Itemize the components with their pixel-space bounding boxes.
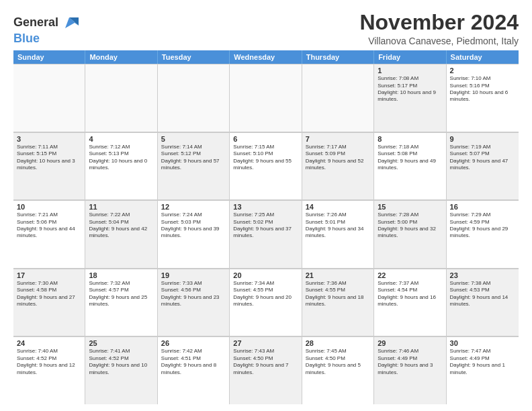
day-number-r1-c4: 7 (306, 135, 370, 143)
cell-text-r4-c0: Sunrise: 7:40 AM Sunset: 4:52 PM Dayligh… (17, 348, 81, 376)
day-number-r3-c3: 20 (233, 271, 298, 279)
day-number-r2-c5: 15 (378, 203, 442, 211)
cell-text-r2-c5: Sunrise: 7:28 AM Sunset: 5:00 PM Dayligh… (378, 212, 442, 240)
calendar-cell-r1-c2: 5Sunrise: 7:14 AM Sunset: 5:12 PM Daylig… (158, 132, 230, 200)
cell-text-r2-c1: Sunrise: 7:22 AM Sunset: 5:04 PM Dayligh… (89, 212, 153, 240)
cell-text-r1-c2: Sunrise: 7:14 AM Sunset: 5:12 PM Dayligh… (161, 144, 226, 172)
subtitle: Villanova Canavese, Piedmont, Italy (359, 36, 519, 46)
cell-text-r1-c5: Sunrise: 7:18 AM Sunset: 5:08 PM Dayligh… (378, 144, 442, 172)
calendar-row-2: 10Sunrise: 7:21 AM Sunset: 5:06 PM Dayli… (13, 200, 519, 269)
calendar-cell-r0-c5: 1Sunrise: 7:08 AM Sunset: 5:17 PM Daylig… (374, 64, 446, 132)
calendar-cell-r3-c5: 22Sunrise: 7:37 AM Sunset: 4:54 PM Dayli… (374, 269, 446, 336)
cell-text-r4-c5: Sunrise: 7:46 AM Sunset: 4:49 PM Dayligh… (378, 348, 442, 376)
day-number-r3-c4: 21 (306, 271, 370, 279)
day-number-r2-c3: 13 (233, 203, 298, 211)
day-number-r4-c1: 25 (89, 339, 153, 347)
cell-text-r4-c1: Sunrise: 7:41 AM Sunset: 4:52 PM Dayligh… (89, 348, 153, 376)
calendar-cell-r0-c6: 2Sunrise: 7:10 AM Sunset: 5:16 PM Daylig… (447, 64, 519, 132)
cell-text-r3-c4: Sunrise: 7:36 AM Sunset: 4:55 PM Dayligh… (306, 280, 370, 308)
day-number-r3-c5: 22 (378, 271, 442, 279)
day-number-r1-c0: 3 (17, 135, 81, 143)
calendar-cell-r1-c1: 4Sunrise: 7:12 AM Sunset: 5:13 PM Daylig… (85, 132, 157, 200)
cell-text-r1-c0: Sunrise: 7:11 AM Sunset: 5:15 PM Dayligh… (17, 144, 81, 172)
cell-text-r0-c6: Sunrise: 7:10 AM Sunset: 5:16 PM Dayligh… (450, 75, 515, 103)
calendar-body: 1Sunrise: 7:08 AM Sunset: 5:17 PM Daylig… (13, 64, 519, 404)
cell-text-r2-c0: Sunrise: 7:21 AM Sunset: 5:06 PM Dayligh… (17, 212, 81, 240)
day-number-r4-c0: 24 (17, 339, 81, 347)
header-tuesday: Tuesday (158, 50, 230, 64)
day-number-r4-c3: 27 (233, 339, 298, 347)
calendar-cell-r3-c3: 20Sunrise: 7:34 AM Sunset: 4:55 PM Dayli… (230, 269, 302, 336)
logo: General Blue (13, 13, 79, 46)
calendar-cell-r3-c6: 23Sunrise: 7:38 AM Sunset: 4:53 PM Dayli… (447, 269, 519, 336)
day-number-r1-c3: 6 (233, 135, 298, 143)
calendar-cell-r2-c2: 12Sunrise: 7:24 AM Sunset: 5:03 PM Dayli… (158, 200, 230, 268)
cell-text-r3-c5: Sunrise: 7:37 AM Sunset: 4:54 PM Dayligh… (378, 280, 442, 308)
page: General Blue November 2024 Villanova Can… (0, 0, 532, 411)
calendar-cell-r0-c2 (158, 64, 230, 132)
header: General Blue November 2024 Villanova Can… (13, 11, 519, 46)
cell-text-r2-c2: Sunrise: 7:24 AM Sunset: 5:03 PM Dayligh… (161, 212, 226, 240)
day-number-r3-c1: 18 (89, 271, 153, 279)
calendar-cell-r4-c4: 28Sunrise: 7:45 AM Sunset: 4:50 PM Dayli… (302, 336, 374, 404)
calendar-cell-r3-c4: 21Sunrise: 7:36 AM Sunset: 4:55 PM Dayli… (302, 269, 374, 336)
calendar: Sunday Monday Tuesday Wednesday Thursday… (13, 50, 519, 404)
cell-text-r1-c4: Sunrise: 7:17 AM Sunset: 5:09 PM Dayligh… (306, 144, 370, 172)
day-number-r4-c6: 30 (450, 339, 515, 347)
day-number-r1-c6: 9 (450, 135, 515, 143)
calendar-row-1: 3Sunrise: 7:11 AM Sunset: 5:15 PM Daylig… (13, 132, 519, 201)
day-number-r1-c2: 5 (161, 135, 226, 143)
day-number-r0-c6: 2 (450, 66, 515, 75)
calendar-cell-r4-c1: 25Sunrise: 7:41 AM Sunset: 4:52 PM Dayli… (85, 336, 157, 404)
cell-text-r3-c2: Sunrise: 7:33 AM Sunset: 4:56 PM Dayligh… (161, 280, 226, 308)
calendar-cell-r0-c3 (230, 64, 302, 132)
calendar-cell-r4-c5: 29Sunrise: 7:46 AM Sunset: 4:49 PM Dayli… (374, 336, 446, 404)
header-friday: Friday (374, 50, 446, 64)
header-thursday: Thursday (302, 50, 374, 64)
logo-text-line2: Blue (13, 32, 40, 45)
calendar-cell-r3-c2: 19Sunrise: 7:33 AM Sunset: 4:56 PM Dayli… (158, 269, 230, 336)
calendar-cell-r0-c0 (13, 64, 85, 132)
cell-text-r1-c1: Sunrise: 7:12 AM Sunset: 5:13 PM Dayligh… (89, 144, 153, 172)
calendar-cell-r4-c3: 27Sunrise: 7:43 AM Sunset: 4:50 PM Dayli… (230, 336, 302, 404)
day-number-r2-c6: 16 (450, 203, 515, 211)
cell-text-r4-c4: Sunrise: 7:45 AM Sunset: 4:50 PM Dayligh… (306, 348, 370, 376)
logo-icon (60, 13, 79, 32)
day-number-r4-c2: 26 (161, 339, 226, 347)
cell-text-r4-c6: Sunrise: 7:47 AM Sunset: 4:49 PM Dayligh… (450, 348, 515, 376)
title-block: November 2024 Villanova Canavese, Piedmo… (359, 11, 519, 46)
calendar-cell-r2-c0: 10Sunrise: 7:21 AM Sunset: 5:06 PM Dayli… (13, 200, 85, 268)
cell-text-r3-c6: Sunrise: 7:38 AM Sunset: 4:53 PM Dayligh… (450, 280, 515, 308)
day-number-r2-c4: 14 (306, 203, 370, 211)
day-number-r2-c1: 11 (89, 203, 153, 211)
calendar-cell-r4-c6: 30Sunrise: 7:47 AM Sunset: 4:49 PM Dayli… (447, 336, 519, 404)
day-number-r0-c5: 1 (378, 66, 442, 75)
day-number-r1-c1: 4 (89, 135, 153, 143)
calendar-row-3: 17Sunrise: 7:30 AM Sunset: 4:58 PM Dayli… (13, 269, 519, 337)
calendar-cell-r3-c0: 17Sunrise: 7:30 AM Sunset: 4:58 PM Dayli… (13, 269, 85, 336)
cell-text-r3-c3: Sunrise: 7:34 AM Sunset: 4:55 PM Dayligh… (233, 280, 298, 308)
calendar-cell-r4-c0: 24Sunrise: 7:40 AM Sunset: 4:52 PM Dayli… (13, 336, 85, 404)
header-wednesday: Wednesday (230, 50, 302, 64)
cell-text-r2-c4: Sunrise: 7:26 AM Sunset: 5:01 PM Dayligh… (306, 212, 370, 240)
calendar-cell-r0-c1 (85, 64, 157, 132)
cell-text-r1-c3: Sunrise: 7:15 AM Sunset: 5:10 PM Dayligh… (233, 144, 298, 172)
calendar-row-0: 1Sunrise: 7:08 AM Sunset: 5:17 PM Daylig… (13, 64, 519, 132)
month-title: November 2024 (359, 11, 519, 34)
day-number-r3-c2: 19 (161, 271, 226, 279)
calendar-cell-r2-c1: 11Sunrise: 7:22 AM Sunset: 5:04 PM Dayli… (85, 200, 157, 268)
calendar-cell-r1-c6: 9Sunrise: 7:19 AM Sunset: 5:07 PM Daylig… (447, 132, 519, 200)
cell-text-r4-c3: Sunrise: 7:43 AM Sunset: 4:50 PM Dayligh… (233, 348, 298, 376)
calendar-cell-r2-c6: 16Sunrise: 7:29 AM Sunset: 4:59 PM Dayli… (447, 200, 519, 268)
cell-text-r0-c5: Sunrise: 7:08 AM Sunset: 5:17 PM Dayligh… (378, 75, 442, 103)
cell-text-r2-c3: Sunrise: 7:25 AM Sunset: 5:02 PM Dayligh… (233, 212, 298, 240)
calendar-cell-r1-c4: 7Sunrise: 7:17 AM Sunset: 5:09 PM Daylig… (302, 132, 374, 200)
day-number-r4-c5: 29 (378, 339, 442, 347)
cell-text-r3-c0: Sunrise: 7:30 AM Sunset: 4:58 PM Dayligh… (17, 280, 81, 308)
calendar-cell-r2-c4: 14Sunrise: 7:26 AM Sunset: 5:01 PM Dayli… (302, 200, 374, 268)
header-sunday: Sunday (13, 50, 85, 64)
cell-text-r1-c6: Sunrise: 7:19 AM Sunset: 5:07 PM Dayligh… (450, 144, 515, 172)
calendar-cell-r2-c3: 13Sunrise: 7:25 AM Sunset: 5:02 PM Dayli… (230, 200, 302, 268)
header-saturday: Saturday (447, 50, 519, 64)
day-number-r3-c6: 23 (450, 271, 515, 279)
